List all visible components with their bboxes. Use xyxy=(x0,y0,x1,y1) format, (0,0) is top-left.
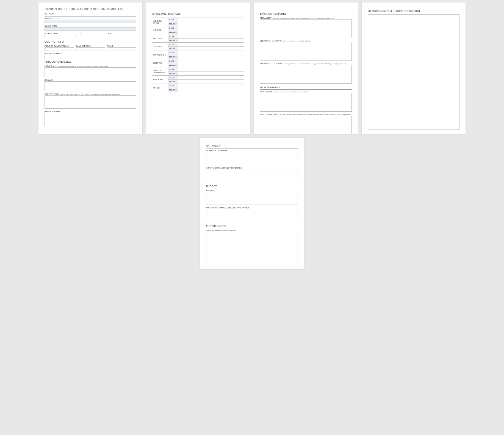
label-fin-notes: ADDITIONAL FINANCIAL PROJECTIONS / NOTES xyxy=(206,207,298,209)
page-1: DESIGN BRIEF FOR INTERIOR DESIGN TEMPLAT… xyxy=(38,2,143,134)
input-client-name[interactable] xyxy=(45,27,136,31)
pref-dislikes-label: DISLIKES xyxy=(168,88,178,92)
pref-dislikes-value[interactable] xyxy=(178,47,244,51)
label-client-name: CLIENT NAME xyxy=(45,25,136,27)
input-location[interactable] xyxy=(45,67,136,77)
pref-dislikes-label: DISLIKES xyxy=(168,38,178,43)
label-phone: PHONE xyxy=(107,45,136,47)
pref-dislikes-value[interactable] xyxy=(178,80,244,84)
label-milestones: IMPORTANT MILESTONES / DEADLINES xyxy=(206,167,298,169)
input-title[interactable] xyxy=(76,35,105,38)
sketch-area[interactable] xyxy=(368,14,459,130)
pref-dislikes-label: DISLIKES xyxy=(168,30,178,34)
pref-dislikes-value[interactable] xyxy=(178,88,244,92)
input-property-use[interactable] xyxy=(45,95,136,109)
pref-dislikes-label: DISLIKES xyxy=(168,47,178,51)
pref-likes-label: LIKES xyxy=(168,59,178,63)
section-client: CLIENT xyxy=(45,13,136,16)
input-project-scope[interactable] xyxy=(45,113,136,126)
input-date[interactable] xyxy=(107,35,136,38)
label-author-name: AUTHOR NAME xyxy=(45,32,74,34)
label-mailing: MAILING ADDRESS xyxy=(45,53,136,54)
pref-likes-label: LIKES xyxy=(168,51,178,55)
pref-likes-label: LIKES xyxy=(168,18,178,22)
label-title: TITLE xyxy=(76,32,105,34)
input-disguise[interactable] xyxy=(260,65,352,84)
input-phone[interactable] xyxy=(107,47,136,51)
pref-likes-label: LIKES xyxy=(168,76,178,80)
section-style: STYLE PREFERENCES xyxy=(152,12,244,16)
section-budget: BUDGET xyxy=(206,185,298,188)
page-2: STYLE PREFERENCES GENERAL STYLELIKES DIS… xyxy=(146,2,250,134)
pref-dislikes-value[interactable] xyxy=(178,38,244,43)
pref-likes-value[interactable] xyxy=(178,59,244,63)
input-amount[interactable] xyxy=(206,192,298,205)
input-email[interactable] xyxy=(76,47,105,51)
pref-dislikes-value[interactable] xyxy=(178,63,244,67)
section-existing: EXISTING FEATURES xyxy=(260,12,352,16)
label-project-title: PROJECT TITLE xyxy=(45,18,136,20)
label-rooms: ROOM(S) xyxy=(45,79,136,81)
pref-dislikes-value[interactable] xyxy=(178,71,244,76)
pref-category: OTHER xyxy=(152,84,168,92)
label-permanent: PERMANENT describe any features requeste… xyxy=(260,17,352,19)
input-milestones[interactable] xyxy=(206,169,298,182)
pref-likes-value[interactable] xyxy=(178,51,244,55)
pref-category: COLORS xyxy=(152,26,168,34)
input-mailing[interactable] xyxy=(45,55,136,58)
pref-dislikes-value[interactable] xyxy=(178,30,244,34)
label-location: LOCATION provide property address and sp… xyxy=(45,65,136,67)
section-overview: PROJECT OVERVIEW xyxy=(45,60,136,64)
label-date: DATE xyxy=(107,32,136,34)
section-contact: CONTACT INFO xyxy=(45,40,136,44)
label-sched-overview: SCHEDULE OVERVIEW xyxy=(206,150,298,152)
input-poc[interactable] xyxy=(45,47,74,51)
label-property-use: PROPERTY USE how is the space used? is t… xyxy=(45,93,136,95)
label-poc: POINT OF CONTACT NAME xyxy=(45,45,74,47)
pref-category: GENERAL STYLE xyxy=(152,18,168,26)
section-furthermore: FURTHERMORE xyxy=(206,225,298,228)
input-author-name[interactable] xyxy=(45,35,74,38)
pref-category: TEXTILES xyxy=(152,43,168,51)
pref-dislikes-label: DISLIKES xyxy=(168,63,178,67)
pref-likes-label: LIKES xyxy=(168,84,178,88)
page-4: MEASUREMENTS & FLOORPLAN SKETCH xyxy=(361,2,466,134)
pref-likes-value[interactable] xyxy=(178,18,244,22)
input-enhance[interactable] xyxy=(260,42,352,61)
pref-likes-value[interactable] xyxy=(178,26,244,30)
pref-likes-label: LIKES xyxy=(168,26,178,30)
pref-likes-value[interactable] xyxy=(178,67,244,71)
pref-dislikes-value[interactable] xyxy=(178,55,244,59)
input-furthermore[interactable] xyxy=(206,232,298,265)
pref-dislikes-label: DISLIKES xyxy=(168,80,178,84)
pref-likes-value[interactable] xyxy=(178,84,244,88)
pref-dislikes-label: DISLIKES xyxy=(168,22,178,26)
input-rooms[interactable] xyxy=(45,81,136,91)
pref-likes-value[interactable] xyxy=(178,43,244,47)
input-project-title[interactable] xyxy=(45,20,136,23)
pref-likes-value[interactable] xyxy=(178,34,244,38)
label-email: EMAIL ADDRESS xyxy=(76,45,105,47)
label-enhance: ELEMENTS TO ENHANCE list any features to… xyxy=(260,40,352,42)
section-sketch: MEASUREMENTS & FLOORPLAN SKETCH xyxy=(368,10,459,13)
input-new-elements[interactable] xyxy=(260,93,352,112)
input-fin-notes[interactable] xyxy=(206,209,298,222)
label-project-scope: PROJECT SCOPE xyxy=(45,111,136,112)
pref-category: WINDOW TREATMENTS xyxy=(152,67,168,76)
input-new-use[interactable] xyxy=(260,116,352,134)
pref-category: LIGHTING xyxy=(152,59,168,67)
pref-category: FURNISHINGS xyxy=(152,51,168,59)
pref-category: PATTERNS xyxy=(152,34,168,43)
pref-likes-label: LIKES xyxy=(168,67,178,71)
pref-likes-label: LIKES xyxy=(168,43,178,47)
input-sched-overview[interactable] xyxy=(206,152,298,165)
pref-dislikes-label: DISLIKES xyxy=(168,55,178,59)
pref-dislikes-value[interactable] xyxy=(178,22,244,26)
pref-likes-value[interactable] xyxy=(178,76,244,80)
label-new-elements: NEW ELEMENTS list any new elements to be… xyxy=(260,91,352,93)
input-permanent[interactable] xyxy=(260,19,352,38)
pref-dislikes-label: DISLIKES xyxy=(168,71,178,76)
label-amount: AMOUNT xyxy=(206,189,298,191)
page-5: SCHEDULE SCHEDULE OVERVIEW IMPORTANT MIL… xyxy=(200,137,304,269)
doc-title: DESIGN BRIEF FOR INTERIOR DESIGN TEMPLAT… xyxy=(45,7,136,11)
